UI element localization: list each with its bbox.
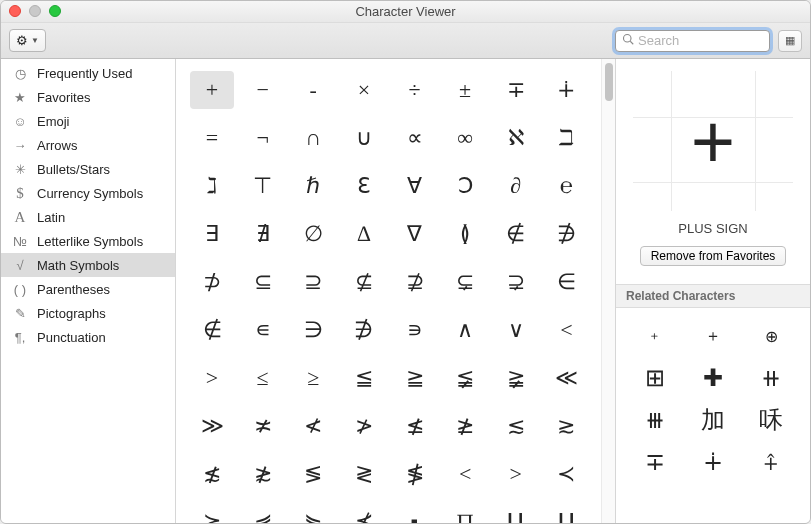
character-cell[interactable]: ⊅ xyxy=(190,263,234,301)
character-cell[interactable]: ≸ xyxy=(393,455,437,493)
character-cell[interactable]: ∞ xyxy=(443,119,487,157)
character-cell[interactable]: ∆ xyxy=(342,215,386,253)
character-cell[interactable]: × xyxy=(342,71,386,109)
character-cell[interactable]: ≤ xyxy=(241,359,285,397)
character-cell[interactable]: Ɔ xyxy=(443,167,487,205)
character-cell[interactable]: ≥ xyxy=(291,359,335,397)
character-cell[interactable]: ∐ xyxy=(494,503,538,524)
character-cell[interactable]: ∪ xyxy=(342,119,386,157)
character-cell[interactable]: ∀ xyxy=(393,167,437,205)
character-cell[interactable]: ≴ xyxy=(190,455,234,493)
character-cell[interactable]: > xyxy=(494,455,538,493)
character-cell[interactable]: ⊆ xyxy=(241,263,285,301)
character-cell[interactable]: ≽ xyxy=(190,503,234,524)
character-cell[interactable]: Ɛ xyxy=(342,167,386,205)
character-cell[interactable]: ¬ xyxy=(241,119,285,157)
related-character-cell[interactable]: ⊞ xyxy=(635,360,675,396)
sidebar-item[interactable]: ✎Pictographs xyxy=(1,301,175,325)
character-cell[interactable]: ∌ xyxy=(342,311,386,349)
window-zoom-button[interactable] xyxy=(49,5,61,17)
character-cell[interactable]: ≬ xyxy=(443,215,487,253)
character-cell[interactable]: ∅ xyxy=(291,215,335,253)
character-cell[interactable]: = xyxy=(190,119,234,157)
settings-menu-button[interactable]: ⚙ ▼ xyxy=(9,29,46,52)
character-cell[interactable]: ≮ xyxy=(291,407,335,445)
character-cell[interactable]: ≪ xyxy=(544,359,588,397)
character-cell[interactable]: ≲ xyxy=(494,407,538,445)
character-cell[interactable]: ≦ xyxy=(342,359,386,397)
related-character-cell[interactable]: ⊕ xyxy=(751,318,791,354)
character-cell[interactable]: ∍ xyxy=(393,311,437,349)
character-cell[interactable]: ∩ xyxy=(291,119,335,157)
character-cell[interactable]: ≵ xyxy=(241,455,285,493)
character-cell[interactable]: > xyxy=(190,359,234,397)
character-cell[interactable]: ⊉ xyxy=(393,263,437,301)
character-cell[interactable]: ≧ xyxy=(393,359,437,397)
related-character-cell[interactable]: ﹢ xyxy=(635,318,675,354)
character-cell[interactable]: ∝ xyxy=(393,119,437,157)
character-cell[interactable]: ℏ xyxy=(291,167,335,205)
search-field[interactable] xyxy=(615,30,770,52)
character-cell[interactable]: ∨ xyxy=(494,311,538,349)
character-cell[interactable]: ▪ xyxy=(393,503,437,524)
character-cell[interactable]: ℷ xyxy=(190,167,234,205)
character-cell[interactable]: ∄ xyxy=(241,215,285,253)
character-cell[interactable]: ∐ xyxy=(544,503,588,524)
character-cell[interactable]: ± xyxy=(443,71,487,109)
sidebar-item[interactable]: →Arrows xyxy=(1,133,175,157)
search-input[interactable] xyxy=(638,33,763,48)
character-cell[interactable]: ∈ xyxy=(544,263,588,301)
character-cell[interactable]: ≳ xyxy=(544,407,588,445)
character-cell[interactable]: < xyxy=(544,311,588,349)
character-cell[interactable]: ÷ xyxy=(393,71,437,109)
character-cell[interactable]: ⋟ xyxy=(291,503,335,524)
character-cell[interactable]: ≭ xyxy=(241,407,285,445)
character-cell[interactable]: ≷ xyxy=(342,455,386,493)
character-cell[interactable]: ≯ xyxy=(342,407,386,445)
character-cell[interactable]: ≩ xyxy=(494,359,538,397)
character-cell[interactable]: ≨ xyxy=(443,359,487,397)
related-character-cell[interactable]: ⨣ xyxy=(751,444,791,480)
sidebar-item[interactable]: $Currency Symbols xyxy=(1,181,175,205)
character-cell[interactable]: ⊈ xyxy=(342,263,386,301)
character-cell[interactable]: ⊋ xyxy=(494,263,538,301)
sidebar-item[interactable]: ALatin xyxy=(1,205,175,229)
toggle-view-button[interactable]: ▦ xyxy=(778,30,802,52)
character-cell[interactable]: − xyxy=(241,71,285,109)
related-character-cell[interactable]: 加 xyxy=(693,402,733,438)
character-cell[interactable]: ∌ xyxy=(544,215,588,253)
character-cell[interactable]: + xyxy=(190,71,234,109)
window-minimize-button[interactable] xyxy=(29,5,41,17)
character-cell[interactable]: ∉ xyxy=(494,215,538,253)
character-cell[interactable]: ∊ xyxy=(241,311,285,349)
sidebar-item[interactable]: ☺Emoji xyxy=(1,109,175,133)
character-cell[interactable]: ≺ xyxy=(544,455,588,493)
related-character-cell[interactable]: ⧺ xyxy=(751,360,791,396)
grid-scrollbar[interactable] xyxy=(601,59,615,524)
related-character-cell[interactable]: ∓ xyxy=(635,444,675,480)
sidebar-item[interactable]: √Math Symbols xyxy=(1,253,175,277)
related-character-cell[interactable]: ＋ xyxy=(693,318,733,354)
character-cell[interactable]: ≶ xyxy=(291,455,335,493)
sidebar-item[interactable]: ¶,Punctuation xyxy=(1,325,175,349)
related-character-cell[interactable]: ✚ xyxy=(693,360,733,396)
character-cell[interactable]: ≱ xyxy=(443,407,487,445)
related-character-cell[interactable]: ⧻ xyxy=(635,402,675,438)
character-cell[interactable]: ∧ xyxy=(443,311,487,349)
character-cell[interactable]: ∃ xyxy=(190,215,234,253)
character-cell[interactable]: ∓ xyxy=(494,71,538,109)
sidebar-item[interactable]: ( )Parentheses xyxy=(1,277,175,301)
character-cell[interactable]: ≫ xyxy=(190,407,234,445)
character-cell[interactable]: ∋ xyxy=(291,311,335,349)
character-cell[interactable]: - xyxy=(291,71,335,109)
scrollbar-thumb[interactable] xyxy=(605,63,613,101)
sidebar-item[interactable]: ✳Bullets/Stars xyxy=(1,157,175,181)
related-character-cell[interactable]: ∔ xyxy=(693,444,733,480)
sidebar-item[interactable]: №Letterlike Symbols xyxy=(1,229,175,253)
character-cell[interactable]: ℵ xyxy=(494,119,538,157)
character-cell[interactable]: ∂ xyxy=(494,167,538,205)
sidebar-item[interactable]: ◷Frequently Used xyxy=(1,61,175,85)
character-cell[interactable]: ∏ xyxy=(443,503,487,524)
character-cell[interactable]: ∔ xyxy=(544,71,588,109)
character-cell[interactable]: ⊇ xyxy=(291,263,335,301)
